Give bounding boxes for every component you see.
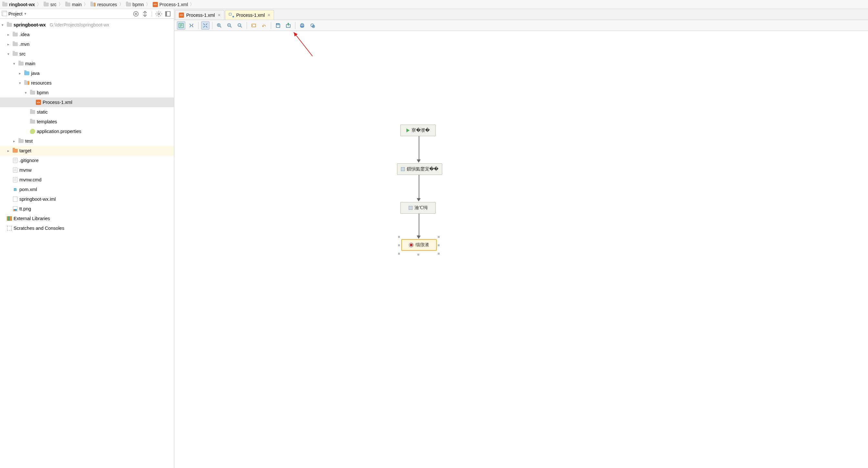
tree-arrow-icon[interactable]: ▸ bbox=[6, 42, 11, 46]
tree-node[interactable]: <>Process-1.xml bbox=[0, 97, 174, 107]
tree-node-label: springboot-wx bbox=[13, 22, 46, 27]
svg-rect-4 bbox=[165, 11, 167, 16]
tree-node-icon: <> bbox=[35, 99, 41, 105]
tree-node[interactable]: application.properties bbox=[0, 127, 174, 136]
selection-handle[interactable] bbox=[398, 236, 400, 238]
sequence-flow[interactable] bbox=[418, 175, 419, 199]
external-libraries[interactable]: External Libraries bbox=[0, 214, 174, 223]
export-image-icon[interactable] bbox=[284, 21, 292, 30]
selection-handle[interactable] bbox=[398, 244, 400, 246]
project-tree-root[interactable]: ▾ springboot-wx G:\IderProjects\springbo… bbox=[0, 20, 174, 30]
editor-tab-label: Process-1.xml bbox=[186, 12, 215, 18]
tree-arrow-icon[interactable]: ▾ bbox=[6, 52, 11, 56]
sequence-flow[interactable] bbox=[418, 214, 419, 236]
breadcrumb-item[interactable]: <>Process-1.xml bbox=[152, 2, 188, 7]
bpmn-node-label: 缁撴潫 bbox=[415, 242, 429, 248]
redo-icon[interactable] bbox=[260, 21, 268, 30]
editor-tab[interactable]: <> Process-1.xml ✕ bbox=[175, 10, 224, 20]
project-tree[interactable]: ▾ springboot-wx G:\IderProjects\springbo… bbox=[0, 19, 174, 468]
tree-node-icon bbox=[24, 80, 30, 86]
tree-arrow-icon[interactable]: ▾ bbox=[23, 91, 28, 95]
selection-handle[interactable] bbox=[438, 244, 440, 246]
tree-node[interactable]: tt.png bbox=[0, 204, 174, 214]
tree-node-icon bbox=[12, 32, 18, 37]
tree-node-icon bbox=[12, 41, 18, 47]
breadcrumb-item[interactable]: bpmn bbox=[126, 2, 144, 7]
tree-node[interactable]: ▸target bbox=[0, 146, 174, 156]
project-toolwindow-title[interactable]: Project ▼ bbox=[3, 11, 27, 17]
print-icon[interactable] bbox=[298, 21, 306, 30]
tree-node[interactable]: ▸.mvn bbox=[0, 39, 174, 49]
tree-node[interactable]: static bbox=[0, 107, 174, 117]
deploy-icon[interactable] bbox=[308, 21, 317, 30]
svg-line-19 bbox=[294, 32, 312, 56]
tree-node-path: G:\IderProjects\springboot-wx bbox=[50, 22, 109, 27]
start-event-icon bbox=[406, 128, 410, 132]
svg-text:1:1: 1:1 bbox=[239, 24, 241, 26]
project-icon bbox=[3, 11, 7, 16]
close-icon[interactable]: ✕ bbox=[267, 13, 271, 18]
tree-node-label: mvnw bbox=[19, 167, 32, 173]
bpmn-end-event-selected[interactable]: 缁撴潫 bbox=[401, 239, 437, 251]
selection-handle[interactable] bbox=[398, 253, 400, 255]
tree-node[interactable]: ▸test bbox=[0, 136, 174, 146]
close-icon[interactable]: ✕ bbox=[218, 13, 221, 18]
project-toolwindow: Project ▼ ▾ springboot-wx G:\IderProject… bbox=[0, 9, 174, 468]
tree-arrow-icon[interactable]: ▾ bbox=[18, 81, 23, 85]
tree-arrow-icon[interactable]: ▸ bbox=[6, 149, 11, 153]
svg-point-1 bbox=[135, 13, 137, 14]
tree-node[interactable]: ▸java bbox=[0, 68, 174, 78]
zoom-out-icon[interactable] bbox=[225, 21, 234, 30]
tree-node[interactable]: ▸.idea bbox=[0, 30, 174, 39]
tree-node[interactable]: springboot-wx.iml bbox=[0, 194, 174, 204]
breadcrumb-item[interactable]: ringboot-wx bbox=[2, 2, 35, 7]
bpmn-user-task[interactable]: 瀹℃牳 bbox=[400, 202, 436, 214]
tree-node-icon bbox=[12, 177, 18, 183]
bpmn-canvas[interactable]: 寮�濮� 鎻愪氦鐢宠�� 瀹℃牳 缁撴潫 bbox=[174, 31, 868, 468]
tree-node[interactable]: mvnw bbox=[0, 165, 174, 175]
zoom-in-icon[interactable] bbox=[215, 21, 223, 30]
breadcrumb-item[interactable]: resources bbox=[90, 2, 117, 7]
bpmn-view-icon bbox=[229, 13, 234, 18]
sequence-flow[interactable] bbox=[418, 136, 419, 160]
task-icon bbox=[401, 167, 405, 171]
selection-handle[interactable] bbox=[417, 254, 419, 256]
tree-arrow-icon[interactable]: ▾ bbox=[11, 62, 17, 66]
tree-arrow-icon[interactable]: ▸ bbox=[11, 139, 17, 143]
breadcrumb-item[interactable]: main bbox=[65, 2, 82, 7]
settings-icon[interactable] bbox=[155, 10, 162, 18]
tree-node-label: main bbox=[25, 61, 35, 66]
scratches-consoles[interactable]: Scratches and Consoles bbox=[0, 223, 174, 233]
tree-node-icon bbox=[12, 206, 18, 212]
fit-page-icon[interactable] bbox=[201, 21, 210, 30]
tree-node[interactable]: ▾src bbox=[0, 49, 174, 59]
tree-arrow-icon[interactable]: ▸ bbox=[18, 71, 23, 75]
tree-node[interactable]: templates bbox=[0, 117, 174, 127]
tree-arrow-icon[interactable]: ▾ bbox=[0, 23, 5, 27]
tree-node[interactable]: ▾resources bbox=[0, 78, 174, 88]
auto-layout-icon[interactable] bbox=[187, 21, 196, 30]
breadcrumb-item[interactable]: src bbox=[43, 2, 57, 7]
selection-handle[interactable] bbox=[438, 253, 440, 255]
tree-node[interactable]: ▾main bbox=[0, 59, 174, 68]
undo-icon[interactable] bbox=[250, 21, 258, 30]
save-icon[interactable] bbox=[274, 21, 282, 30]
tree-node[interactable]: .gitignore bbox=[0, 156, 174, 165]
selection-handle[interactable] bbox=[438, 236, 440, 238]
tree-node[interactable]: mvnw.cmd bbox=[0, 175, 174, 185]
tree-node-label: springboot-wx.iml bbox=[19, 196, 56, 202]
select-opened-file-icon[interactable] bbox=[132, 10, 140, 18]
hide-icon[interactable] bbox=[164, 10, 172, 18]
editor-tab-active[interactable]: Process-1.xml ✕ bbox=[225, 10, 274, 20]
zoom-actual-icon[interactable]: 1:1 bbox=[236, 21, 244, 30]
tree-node-label: resources bbox=[31, 81, 52, 86]
expand-all-icon[interactable] bbox=[142, 10, 149, 18]
tree-node[interactable]: ▾bpmn bbox=[0, 88, 174, 97]
properties-panel-icon[interactable] bbox=[177, 21, 185, 30]
bpmn-start-event[interactable]: 寮�濮� bbox=[400, 125, 436, 136]
tree-node-label: Process-1.xml bbox=[42, 100, 72, 105]
tree-arrow-icon[interactable]: ▸ bbox=[6, 33, 11, 37]
bpmn-user-task[interactable]: 鎻愪氦鐢宠�� bbox=[397, 163, 442, 175]
tree-node-label: .gitignore bbox=[19, 158, 39, 163]
tree-node[interactable]: mpom.xml bbox=[0, 185, 174, 194]
